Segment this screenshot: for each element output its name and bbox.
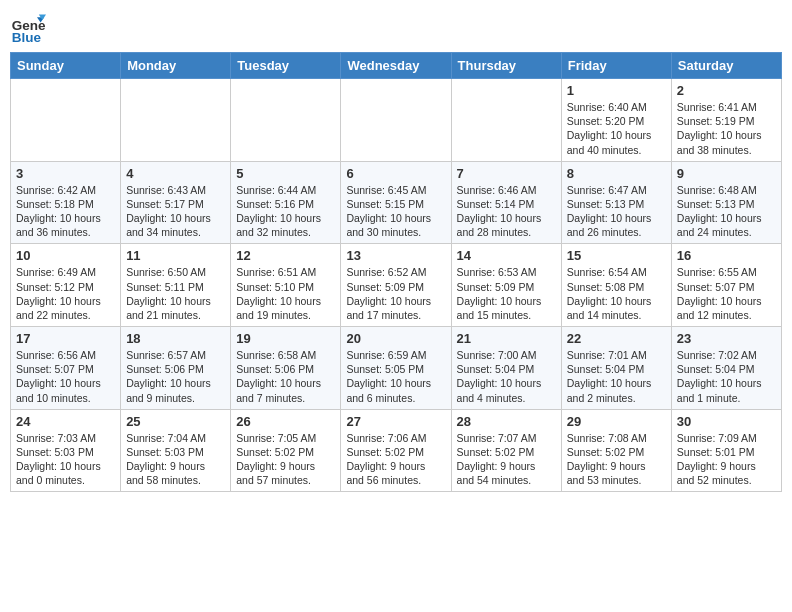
day-number: 1 <box>567 83 666 98</box>
calendar-cell: 25Sunrise: 7:04 AM Sunset: 5:03 PM Dayli… <box>121 409 231 492</box>
day-number: 19 <box>236 331 335 346</box>
calendar-header-row: SundayMondayTuesdayWednesdayThursdayFrid… <box>11 53 782 79</box>
day-info: Sunrise: 7:02 AM Sunset: 5:04 PM Dayligh… <box>677 348 776 405</box>
calendar-cell: 30Sunrise: 7:09 AM Sunset: 5:01 PM Dayli… <box>671 409 781 492</box>
calendar-cell: 12Sunrise: 6:51 AM Sunset: 5:10 PM Dayli… <box>231 244 341 327</box>
day-info: Sunrise: 6:47 AM Sunset: 5:13 PM Dayligh… <box>567 183 666 240</box>
day-info: Sunrise: 6:42 AM Sunset: 5:18 PM Dayligh… <box>16 183 115 240</box>
calendar-cell <box>341 79 451 162</box>
day-number: 7 <box>457 166 556 181</box>
week-row-2: 3Sunrise: 6:42 AM Sunset: 5:18 PM Daylig… <box>11 161 782 244</box>
calendar-cell: 4Sunrise: 6:43 AM Sunset: 5:17 PM Daylig… <box>121 161 231 244</box>
calendar-cell: 15Sunrise: 6:54 AM Sunset: 5:08 PM Dayli… <box>561 244 671 327</box>
day-info: Sunrise: 6:45 AM Sunset: 5:15 PM Dayligh… <box>346 183 445 240</box>
week-row-1: 1Sunrise: 6:40 AM Sunset: 5:20 PM Daylig… <box>11 79 782 162</box>
calendar-cell: 27Sunrise: 7:06 AM Sunset: 5:02 PM Dayli… <box>341 409 451 492</box>
calendar-cell: 24Sunrise: 7:03 AM Sunset: 5:03 PM Dayli… <box>11 409 121 492</box>
day-number: 24 <box>16 414 115 429</box>
calendar-cell: 7Sunrise: 6:46 AM Sunset: 5:14 PM Daylig… <box>451 161 561 244</box>
calendar-cell <box>451 79 561 162</box>
day-header-wednesday: Wednesday <box>341 53 451 79</box>
calendar-cell <box>231 79 341 162</box>
day-info: Sunrise: 7:03 AM Sunset: 5:03 PM Dayligh… <box>16 431 115 488</box>
day-number: 30 <box>677 414 776 429</box>
day-info: Sunrise: 6:54 AM Sunset: 5:08 PM Dayligh… <box>567 265 666 322</box>
day-info: Sunrise: 6:51 AM Sunset: 5:10 PM Dayligh… <box>236 265 335 322</box>
calendar-cell: 3Sunrise: 6:42 AM Sunset: 5:18 PM Daylig… <box>11 161 121 244</box>
day-number: 23 <box>677 331 776 346</box>
calendar-cell: 16Sunrise: 6:55 AM Sunset: 5:07 PM Dayli… <box>671 244 781 327</box>
calendar-cell: 11Sunrise: 6:50 AM Sunset: 5:11 PM Dayli… <box>121 244 231 327</box>
day-info: Sunrise: 6:41 AM Sunset: 5:19 PM Dayligh… <box>677 100 776 157</box>
day-info: Sunrise: 6:53 AM Sunset: 5:09 PM Dayligh… <box>457 265 556 322</box>
day-header-monday: Monday <box>121 53 231 79</box>
calendar-cell: 2Sunrise: 6:41 AM Sunset: 5:19 PM Daylig… <box>671 79 781 162</box>
day-info: Sunrise: 7:05 AM Sunset: 5:02 PM Dayligh… <box>236 431 335 488</box>
day-info: Sunrise: 6:46 AM Sunset: 5:14 PM Dayligh… <box>457 183 556 240</box>
day-header-saturday: Saturday <box>671 53 781 79</box>
day-number: 3 <box>16 166 115 181</box>
calendar-cell: 18Sunrise: 6:57 AM Sunset: 5:06 PM Dayli… <box>121 327 231 410</box>
calendar-cell: 20Sunrise: 6:59 AM Sunset: 5:05 PM Dayli… <box>341 327 451 410</box>
logo: General Blue <box>10 10 50 46</box>
day-header-sunday: Sunday <box>11 53 121 79</box>
day-number: 14 <box>457 248 556 263</box>
day-info: Sunrise: 7:06 AM Sunset: 5:02 PM Dayligh… <box>346 431 445 488</box>
day-info: Sunrise: 7:04 AM Sunset: 5:03 PM Dayligh… <box>126 431 225 488</box>
day-info: Sunrise: 6:56 AM Sunset: 5:07 PM Dayligh… <box>16 348 115 405</box>
week-row-4: 17Sunrise: 6:56 AM Sunset: 5:07 PM Dayli… <box>11 327 782 410</box>
day-number: 16 <box>677 248 776 263</box>
day-number: 20 <box>346 331 445 346</box>
day-number: 10 <box>16 248 115 263</box>
week-row-3: 10Sunrise: 6:49 AM Sunset: 5:12 PM Dayli… <box>11 244 782 327</box>
calendar-cell: 26Sunrise: 7:05 AM Sunset: 5:02 PM Dayli… <box>231 409 341 492</box>
day-info: Sunrise: 6:44 AM Sunset: 5:16 PM Dayligh… <box>236 183 335 240</box>
day-number: 15 <box>567 248 666 263</box>
calendar-cell: 14Sunrise: 6:53 AM Sunset: 5:09 PM Dayli… <box>451 244 561 327</box>
day-header-tuesday: Tuesday <box>231 53 341 79</box>
day-number: 11 <box>126 248 225 263</box>
day-header-friday: Friday <box>561 53 671 79</box>
day-number: 5 <box>236 166 335 181</box>
calendar-cell <box>121 79 231 162</box>
day-number: 22 <box>567 331 666 346</box>
day-number: 2 <box>677 83 776 98</box>
day-number: 13 <box>346 248 445 263</box>
day-number: 29 <box>567 414 666 429</box>
day-number: 9 <box>677 166 776 181</box>
calendar-cell: 5Sunrise: 6:44 AM Sunset: 5:16 PM Daylig… <box>231 161 341 244</box>
svg-text:Blue: Blue <box>12 30 42 45</box>
day-info: Sunrise: 7:00 AM Sunset: 5:04 PM Dayligh… <box>457 348 556 405</box>
day-number: 4 <box>126 166 225 181</box>
day-info: Sunrise: 7:07 AM Sunset: 5:02 PM Dayligh… <box>457 431 556 488</box>
day-number: 25 <box>126 414 225 429</box>
day-number: 17 <box>16 331 115 346</box>
day-info: Sunrise: 6:48 AM Sunset: 5:13 PM Dayligh… <box>677 183 776 240</box>
calendar-cell <box>11 79 121 162</box>
calendar-cell: 8Sunrise: 6:47 AM Sunset: 5:13 PM Daylig… <box>561 161 671 244</box>
week-row-5: 24Sunrise: 7:03 AM Sunset: 5:03 PM Dayli… <box>11 409 782 492</box>
calendar-cell: 13Sunrise: 6:52 AM Sunset: 5:09 PM Dayli… <box>341 244 451 327</box>
calendar-cell: 1Sunrise: 6:40 AM Sunset: 5:20 PM Daylig… <box>561 79 671 162</box>
calendar-cell: 23Sunrise: 7:02 AM Sunset: 5:04 PM Dayli… <box>671 327 781 410</box>
day-info: Sunrise: 6:40 AM Sunset: 5:20 PM Dayligh… <box>567 100 666 157</box>
day-info: Sunrise: 6:59 AM Sunset: 5:05 PM Dayligh… <box>346 348 445 405</box>
day-header-thursday: Thursday <box>451 53 561 79</box>
calendar-cell: 22Sunrise: 7:01 AM Sunset: 5:04 PM Dayli… <box>561 327 671 410</box>
day-number: 12 <box>236 248 335 263</box>
calendar-table: SundayMondayTuesdayWednesdayThursdayFrid… <box>10 52 782 492</box>
day-number: 27 <box>346 414 445 429</box>
day-number: 18 <box>126 331 225 346</box>
calendar-cell: 17Sunrise: 6:56 AM Sunset: 5:07 PM Dayli… <box>11 327 121 410</box>
day-info: Sunrise: 7:01 AM Sunset: 5:04 PM Dayligh… <box>567 348 666 405</box>
calendar-cell: 9Sunrise: 6:48 AM Sunset: 5:13 PM Daylig… <box>671 161 781 244</box>
day-info: Sunrise: 6:58 AM Sunset: 5:06 PM Dayligh… <box>236 348 335 405</box>
logo-icon: General Blue <box>10 10 46 46</box>
calendar-cell: 10Sunrise: 6:49 AM Sunset: 5:12 PM Dayli… <box>11 244 121 327</box>
calendar-cell: 6Sunrise: 6:45 AM Sunset: 5:15 PM Daylig… <box>341 161 451 244</box>
calendar-cell: 28Sunrise: 7:07 AM Sunset: 5:02 PM Dayli… <box>451 409 561 492</box>
page-header: General Blue <box>10 10 782 46</box>
day-number: 28 <box>457 414 556 429</box>
day-info: Sunrise: 7:08 AM Sunset: 5:02 PM Dayligh… <box>567 431 666 488</box>
day-info: Sunrise: 6:49 AM Sunset: 5:12 PM Dayligh… <box>16 265 115 322</box>
